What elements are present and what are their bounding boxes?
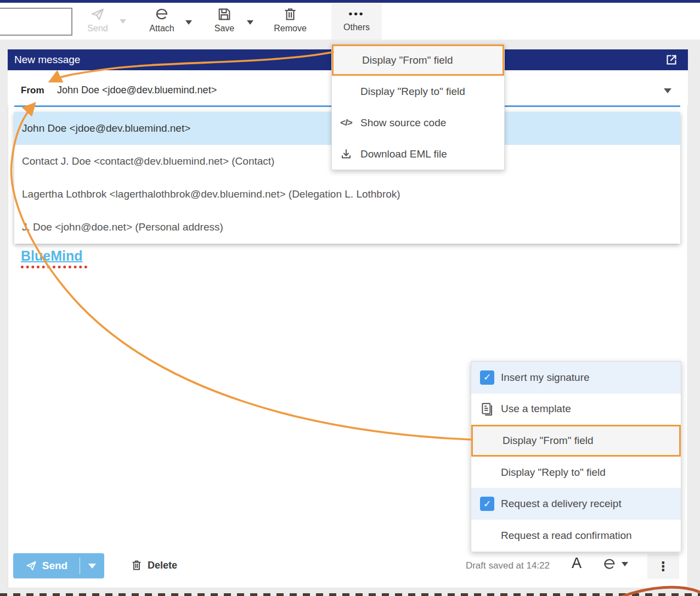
from-option-text: John Doe <jdoe@dev.bluemind.net> <box>22 122 190 134</box>
paperclip-icon <box>154 7 170 22</box>
draft-saved-status: Draft saved at 14:22 <box>442 560 550 571</box>
bottom-dashed-border <box>0 593 700 596</box>
ellipsis-icon: ••• <box>349 7 365 21</box>
option-label: Display "From" field <box>503 435 594 447</box>
caret-down-icon <box>88 564 96 569</box>
paperclip-icon <box>601 557 618 571</box>
option-display-from-field[interactable]: Display "From" field <box>471 425 681 457</box>
trash-icon <box>131 559 143 571</box>
more-options-button[interactable]: ⋮ <box>647 554 679 579</box>
from-option[interactable]: J. Doe <john@doe.net> (Personal address) <box>14 211 680 244</box>
download-icon <box>332 148 360 161</box>
option-display-reply-to-field[interactable]: Display "Reply to" field <box>471 457 681 488</box>
toolbar-input[interactable] <box>0 8 72 36</box>
from-field-value: John Doe <jdoe@dev.bluemind.net> <box>57 85 217 96</box>
from-option-text: Lagertha Lothbrok <lagerthalothbrok@dev.… <box>22 188 400 200</box>
code-icon: </> <box>332 117 360 128</box>
checkbox-checked-icon[interactable] <box>480 370 494 385</box>
others-toolbar-button[interactable]: ••• Others <box>331 3 382 40</box>
send-options-caret[interactable] <box>80 564 104 569</box>
option-request-read-confirmation[interactable]: Request a read confirmation <box>471 520 681 552</box>
send-plane-icon <box>90 7 105 22</box>
from-option-text: Contact J. Doe <contact@dev.bluemind.net… <box>22 155 274 167</box>
menu-item-show-source-code[interactable]: </> Show source code <box>332 107 504 138</box>
menu-item-label: Display "Reply to" field <box>360 86 504 98</box>
option-insert-my-signature[interactable]: Insert my signature <box>471 362 681 393</box>
open-in-new-window-icon[interactable] <box>665 53 678 66</box>
menu-item-display-reply-to-field[interactable]: Display "Reply to" field <box>332 76 504 107</box>
from-dropdown-caret-icon[interactable] <box>664 88 671 93</box>
kebab-icon: ⋮ <box>657 559 670 574</box>
menu-item-display-from-field[interactable]: Display "From" field <box>332 44 504 76</box>
caret-down-icon <box>622 562 628 566</box>
others-dropdown-menu: Display "From" field Display "Reply to" … <box>331 44 505 170</box>
bluemind-compose-screen: Send Attach Save Remove ••• Others <box>0 0 700 596</box>
save-toolbar-label: Save <box>214 24 234 33</box>
main-toolbar: Send Attach Save Remove ••• Others <box>0 3 700 40</box>
save-toolbar-button[interactable]: Save <box>199 3 250 40</box>
remove-toolbar-button[interactable]: Remove <box>265 3 315 40</box>
option-use-a-template[interactable]: Use a template <box>471 393 681 425</box>
menu-item-label: Show source code <box>360 117 504 129</box>
others-toolbar-label: Others <box>343 23 370 32</box>
send-button-label: Send <box>42 560 67 572</box>
delete-button-label: Delete <box>148 560 177 571</box>
save-dropdown-caret-icon[interactable] <box>247 20 253 25</box>
checkbox-checked-icon[interactable] <box>480 497 494 511</box>
option-label: Request a delivery receipt <box>501 498 622 510</box>
from-field-label: From <box>21 85 44 96</box>
top-accent-line <box>0 0 700 3</box>
formatting-button[interactable]: A <box>568 555 585 572</box>
trash-icon <box>283 7 298 22</box>
footer-attach-button[interactable] <box>601 557 628 571</box>
send-toolbar-button[interactable]: Send <box>72 3 123 40</box>
option-label: Use a template <box>501 403 571 415</box>
from-option-text: J. Doe <john@doe.net> (Personal address) <box>22 221 223 233</box>
send-dropdown-caret-icon[interactable] <box>120 19 126 24</box>
template-icon <box>480 401 494 417</box>
remove-toolbar-label: Remove <box>274 24 307 33</box>
send-button[interactable]: Send <box>13 553 104 578</box>
attach-toolbar-label: Attach <box>149 24 174 33</box>
option-label: Display "Reply to" field <box>501 466 606 479</box>
send-toolbar-label: Send <box>87 24 108 33</box>
attach-dropdown-caret-icon[interactable] <box>185 20 192 25</box>
from-option[interactable]: Lagertha Lothbrok <lagerthalothbrok@dev.… <box>14 178 680 211</box>
message-options-menu: Insert my signature Use a template Displ… <box>471 361 681 552</box>
menu-item-label: Download EML file <box>360 148 504 160</box>
menu-item-download-eml-file[interactable]: Download EML file <box>332 138 504 170</box>
save-floppy-icon <box>217 7 232 22</box>
signature-text: BlueMind <box>21 248 83 264</box>
option-label: Insert my signature <box>501 372 590 384</box>
option-label: Request a read confirmation <box>501 530 632 542</box>
attach-toolbar-button[interactable]: Attach <box>137 3 187 40</box>
option-request-delivery-receipt[interactable]: Request a delivery receipt <box>471 488 681 520</box>
delete-button[interactable]: Delete <box>131 559 177 571</box>
compose-title: New message <box>14 54 80 66</box>
spellcheck-underline <box>21 266 87 268</box>
menu-item-label: Display "From" field <box>362 54 503 66</box>
send-plane-icon <box>25 560 37 572</box>
